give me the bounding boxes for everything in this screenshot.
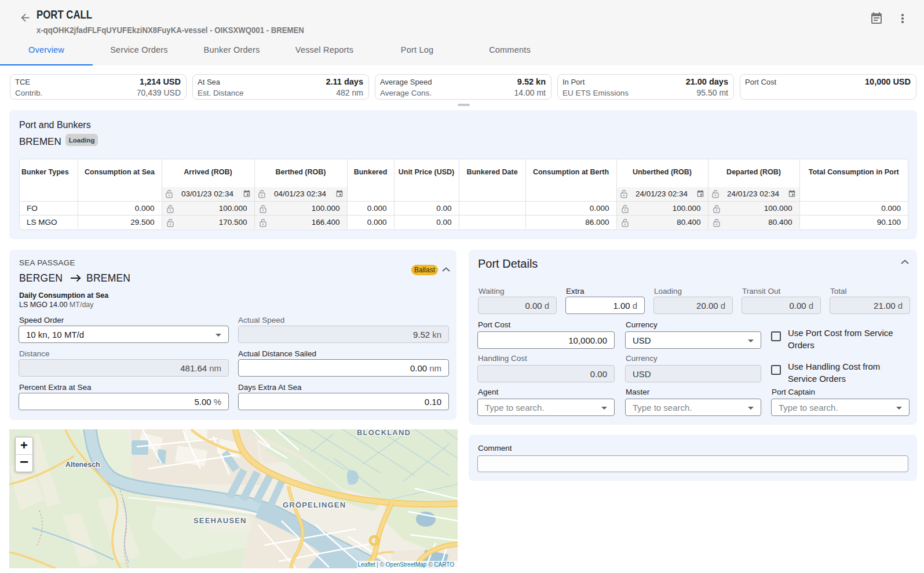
svg-text:BLOCKLAND: BLOCKLAND bbox=[357, 429, 411, 437]
svg-text:Altenesch: Altenesch bbox=[65, 461, 100, 469]
svg-text:Leaflet | © OpenStreetMap © CA: Leaflet | © OpenStreetMap © CARTO bbox=[357, 561, 454, 568]
svg-text:SEEHAUSEN: SEEHAUSEN bbox=[193, 516, 247, 525]
svg-text:GRÖPELINGEN: GRÖPELINGEN bbox=[283, 501, 346, 509]
